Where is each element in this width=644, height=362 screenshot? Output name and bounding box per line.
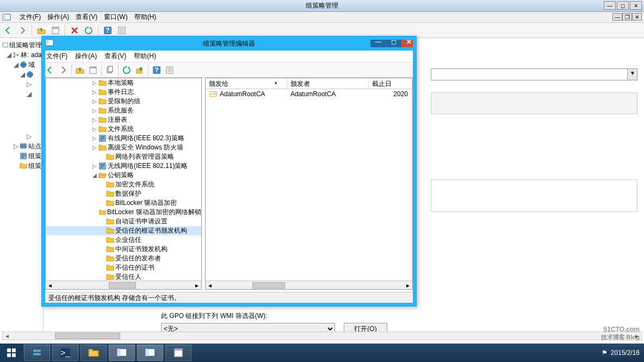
expander-icon[interactable]: ▷: [26, 133, 32, 140]
scroll-left-icon[interactable]: ◂: [206, 282, 214, 289]
expander-icon[interactable]: ▷: [91, 145, 97, 151]
forward-button[interactable]: [16, 24, 28, 36]
expander-icon[interactable]: ◢: [13, 61, 18, 68]
scope-combo[interactable]: ▾: [431, 68, 637, 80]
tree-node[interactable]: ▷系统服务: [46, 106, 201, 115]
tree-sites[interactable]: ▷站点: [1, 141, 42, 151]
tree-node[interactable]: 受信任的根证书颁发机构: [46, 226, 201, 235]
task-explorer[interactable]: [81, 345, 107, 361]
editor-list-button[interactable]: [164, 64, 176, 76]
tree-node[interactable]: 网络列表管理器策略: [46, 152, 201, 161]
tree-node[interactable]: ▷受限制的组: [46, 97, 201, 106]
expander-icon[interactable]: ▷: [91, 80, 97, 86]
tray-date[interactable]: 2015/2/16: [611, 349, 640, 357]
tree-node[interactable]: ▷事件日志: [46, 88, 201, 97]
tree-item[interactable]: ▷: [1, 79, 42, 89]
menu-view[interactable]: 查看(V): [76, 13, 97, 22]
editor-help-button[interactable]: [151, 64, 163, 76]
expander-icon[interactable]: ▷: [91, 89, 97, 95]
up-button[interactable]: [35, 24, 47, 36]
scroll-left-icon[interactable]: ◂: [46, 282, 54, 289]
expander-icon[interactable]: ◢: [20, 71, 25, 78]
expander-icon[interactable]: ▷: [13, 142, 18, 150]
tree-node[interactable]: 中间证书颁发机构: [46, 245, 201, 254]
properties-button[interactable]: [49, 24, 61, 36]
tree-node[interactable]: ▷注册表: [46, 115, 201, 124]
editor-back-button[interactable]: [44, 64, 56, 76]
col-issued-to[interactable]: 颁发给▴: [206, 78, 287, 89]
editor-refresh-button[interactable]: [121, 64, 133, 76]
tree-node[interactable]: ◢公钥策略: [46, 171, 201, 180]
menu-help[interactable]: 帮助(H): [134, 13, 157, 22]
editor-titlebar[interactable]: 组策略管理编辑器 — ◻ ✕: [42, 36, 416, 51]
tree-node[interactable]: ▷有线网络(IEEE 802.3)策略: [46, 134, 201, 143]
expander-icon[interactable]: ▷: [91, 117, 97, 123]
mdi-restore-button[interactable]: ❐: [622, 13, 632, 21]
editor-list-pane[interactable]: 颁发给▴ 颁发者 截止日 AdatumRootCA AdatumRootCA 2…: [205, 78, 413, 290]
tree-node[interactable]: BitLocker 驱动器加密的网络解锁: [46, 208, 201, 217]
scroll-right-icon[interactable]: ▸: [404, 282, 412, 289]
scroll-right-icon[interactable]: ▸: [193, 282, 201, 289]
editor-menu-file[interactable]: 文件(F): [46, 52, 67, 61]
menu-window[interactable]: 窗口(W): [104, 13, 127, 22]
menu-action[interactable]: 操作(A): [47, 13, 69, 22]
scroll-right-icon[interactable]: ▸: [633, 332, 641, 340]
editor-menu-help[interactable]: 帮助(H): [134, 52, 156, 61]
editor-menu-view[interactable]: 查看(V): [104, 52, 126, 61]
tree-node[interactable]: 数据保护: [46, 189, 201, 198]
expander-icon[interactable]: ◢: [91, 172, 97, 178]
editor-export-button[interactable]: [134, 64, 146, 76]
tree-domain-item[interactable]: ◢: [1, 70, 42, 79]
tree-node[interactable]: 自动证书申请设置: [46, 217, 201, 226]
tree-node[interactable]: ▷无线网络(IEEE 802.11)策略: [46, 161, 201, 171]
editor-tree-scroll[interactable]: ▷本地策略▷事件日志▷受限制的组▷系统服务▷注册表▷文件系统▷有线网络(IEEE…: [46, 78, 201, 280]
parent-close-button[interactable]: ✕: [630, 1, 642, 10]
tree-node[interactable]: 企业信任: [46, 235, 201, 245]
tree-node[interactable]: 加密文件系统: [46, 180, 201, 189]
expander-icon[interactable]: ▷: [91, 108, 97, 114]
tree-node[interactable]: ▷本地策略: [46, 78, 201, 88]
tree-root[interactable]: 组策略管理: [1, 40, 42, 50]
expander-icon[interactable]: ◢: [7, 51, 11, 59]
col-expires[interactable]: 截止日: [369, 78, 412, 89]
list-hscrollbar[interactable]: ◂ ▸: [206, 280, 412, 289]
editor-menu-action[interactable]: 操作(A): [75, 52, 97, 61]
editor-props-button[interactable]: [87, 64, 99, 76]
editor-close-button[interactable]: ✕: [401, 36, 416, 47]
task-gpeditor[interactable]: [137, 345, 163, 361]
tree-node[interactable]: 受信任人: [46, 272, 201, 280]
tray-flag-icon[interactable]: ⚑: [602, 349, 608, 357]
back-button[interactable]: [2, 24, 14, 36]
editor-minimize-button[interactable]: —: [370, 36, 386, 47]
task-gpmc[interactable]: [109, 345, 135, 361]
expander-icon[interactable]: ◢: [26, 90, 32, 98]
task-app[interactable]: [165, 345, 191, 361]
start-button[interactable]: [0, 344, 23, 362]
mdi-minimize-button[interactable]: —: [612, 13, 622, 21]
tree-forest[interactable]: ◢林: ada: [1, 50, 42, 60]
tree-domains[interactable]: ◢域: [1, 60, 42, 70]
parent-maximize-button[interactable]: ◻: [617, 1, 629, 10]
tree-node[interactable]: ▷文件系统: [46, 124, 201, 134]
refresh-button[interactable]: [83, 24, 95, 36]
system-tray[interactable]: ⚑ 2015/2/16: [597, 344, 644, 362]
tree-node[interactable]: 受信任的发布者: [46, 254, 201, 263]
col-issuer[interactable]: 颁发者: [287, 78, 369, 89]
editor-tree-pane[interactable]: ▷本地策略▷事件日志▷受限制的组▷系统服务▷注册表▷文件系统▷有线网络(IEEE…: [45, 78, 202, 290]
scroll-thumb[interactable]: [109, 282, 136, 289]
mdi-close-button[interactable]: ✕: [632, 13, 642, 21]
editor-maximize-button[interactable]: ◻: [386, 36, 401, 47]
tree-hscrollbar[interactable]: ◂ ▸: [46, 280, 201, 289]
expander-icon[interactable]: ▷: [91, 163, 97, 169]
tree-item[interactable]: ◢: [1, 89, 42, 99]
scroll-left-icon[interactable]: ◂: [3, 332, 11, 340]
expander-icon[interactable]: ▷: [26, 80, 32, 88]
scroll-thumb[interactable]: [55, 333, 120, 339]
chevron-down-icon[interactable]: ▾: [627, 69, 637, 80]
editor-up-button[interactable]: [74, 64, 86, 76]
tree-item[interactable]: ▷: [1, 132, 42, 141]
expander-icon[interactable]: ▷: [91, 126, 97, 132]
tree-gpr[interactable]: 组策: [1, 161, 42, 171]
parent-hscrollbar[interactable]: ◂ ▸: [2, 332, 642, 340]
expander-icon[interactable]: ▷: [91, 98, 97, 104]
